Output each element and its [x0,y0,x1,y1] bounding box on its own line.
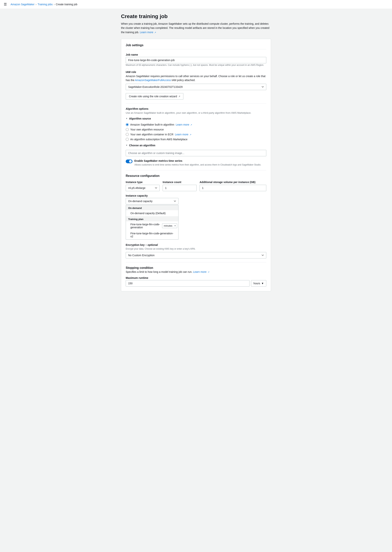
breadcrumb-sep-2: › [54,3,55,6]
encryption-key-select-wrapper: No Custom Encryption [126,252,266,258]
training-plan-name-1: Fine-tune-large-llm-code-generation [130,223,162,229]
breadcrumb-current: Create training job [56,3,77,6]
metrics-toggle-row: Enable SageMaker metrics time series All… [126,159,266,166]
resource-config-title: Resource configuration [126,174,266,177]
metrics-toggle-label: Enable SageMaker metrics time series [134,159,261,162]
page-description: When you create a training job, Amazon S… [121,22,271,34]
instance-capacity-group: Instance capacity On-demand capacity On-… [126,194,266,240]
breadcrumb-training-jobs[interactable]: Training jobs [38,3,53,6]
runtime-unit-selector[interactable]: hours ▼ [251,280,266,287]
create-role-ext-icon: ↗ [178,95,180,98]
builtin-ext-icon: ↗ [190,124,192,126]
iam-role-group: IAM role Amazon SageMaker requires permi… [126,71,266,99]
job-name-group: Job name Maximum of 63 alphanumeric char… [126,53,266,67]
radio-builtin-label: Amazon SageMaker built-in algorithm [130,123,174,126]
create-role-button[interactable]: Create role using the role creation wiza… [126,93,183,99]
stopping-ext-icon: ↗ [208,271,209,273]
algorithm-options-desc: Use an Amazon SageMaker built-in algorit… [126,111,266,115]
job-name-label: Job name [126,53,266,56]
stopping-learn-more-link[interactable]: Learn more ↗ [193,270,209,273]
training-plan-item-1[interactable]: Fine-tune-large-llm-code-generation minu… [126,221,178,230]
radio-marketplace[interactable]: An algorithm subscription from AWS Marke… [126,138,266,141]
instance-config-row: Instance type ml.p5.48xlarge Instance co… [126,181,266,191]
stopping-condition-section: Stopping condition Specifies a limit to … [126,266,266,287]
instance-type-select[interactable]: ml.p5.48xlarge [126,185,160,191]
training-plan-name-2: Fine-tune-large-llm-code-generation-v2 [130,232,176,238]
encryption-key-select[interactable]: No Custom Encryption [126,252,266,258]
training-plan-group-title: Training plan [126,216,178,221]
algorithm-select-wrapper: Choose an algorithm or custom training i… [126,150,266,156]
radio-builtin-input[interactable] [126,123,129,126]
algorithm-select[interactable]: Choose an algorithm or custom training i… [126,150,266,156]
metrics-toggle-sublabel: Allows customers to emit time series met… [134,163,261,166]
job-settings-title: Job settings [126,43,266,50]
job-name-hint: Maximum of 63 alphanumeric characters. C… [126,63,266,67]
radio-own-algo-label: Your own algorithm resource [130,128,164,131]
algorithm-source-header[interactable]: ▼ Algorithm source [126,117,266,120]
radio-ecr-input[interactable] [126,133,129,136]
instance-capacity-select[interactable]: On-demand capacity [126,198,178,204]
instance-type-label: Instance type [126,181,160,184]
choose-algorithm-arrow: ▼ [126,144,128,146]
training-plan-unit-1: minutes hours ▼ [162,223,176,228]
runtime-unit-value: hours [253,282,260,285]
iam-role-description: Amazon SageMaker requires permissions to… [126,74,266,82]
instance-capacity-select-wrapper: On-demand capacity [126,198,178,204]
metrics-toggle-text: Enable SageMaker metrics time series All… [134,159,261,166]
hamburger-icon[interactable]: ☰ [4,2,7,7]
breadcrumb-sep-1: › [36,3,36,6]
choose-algorithm-label: Choose an algorithm [129,144,155,147]
builtin-learn-more-link[interactable]: Learn more ↗ [176,123,192,126]
algorithm-source-label: Algorithm source [129,117,151,120]
algorithm-source-options: Amazon SageMaker built-in algorithm Lear… [126,123,266,141]
on-demand-default-item[interactable]: On-demand capacity (Default) [126,210,178,216]
instance-count-label: Instance count [163,181,196,184]
capacity-dropdown-menu: On-demand On-demand capacity (Default) T… [126,205,178,240]
algorithm-dropdown-wrapper: Choose an algorithm or custom training i… [126,150,266,156]
on-demand-group-title: On-demand [126,205,178,210]
instance-count-input[interactable] [163,185,196,191]
iam-role-select[interactable]: SageMaker-ExecutionRole-20240702T133429 [126,84,266,90]
radio-own-algo-input[interactable] [126,128,129,131]
max-runtime-label: Maximum runtime [126,276,266,279]
instance-type-select-wrapper: ml.p5.48xlarge [126,185,160,191]
breadcrumb-sagemaker[interactable]: Amazon SageMaker [11,3,35,6]
encryption-key-group: Encryption key – optional Encrypt your d… [126,243,266,258]
algorithm-options-title: Algorithm options [126,107,266,110]
ecr-learn-more-link[interactable]: Learn more ↗ [175,133,191,136]
stopping-condition-desc: Specifies a limit to how long a model tr… [126,270,266,273]
storage-volume-label: Additional storage volume per instance (… [200,181,266,184]
metrics-toggle[interactable] [126,160,133,163]
breadcrumb: Amazon SageMaker › Training jobs › Creat… [11,3,77,6]
instance-capacity-label: Instance capacity [126,194,266,197]
instance-type-col: Instance type ml.p5.48xlarge [126,181,160,191]
training-plan-item-2[interactable]: Fine-tune-large-llm-code-generation-v2 [126,230,178,240]
algorithm-source-arrow: ▼ [126,117,128,120]
external-link-icon: ↗ [154,31,156,34]
radio-marketplace-label: An algorithm subscription from AWS Marke… [130,138,188,141]
encryption-key-label: Encryption key – optional [126,243,266,246]
encryption-key-desc: Encrypt your data. Choose an existing KM… [126,247,266,251]
iam-role-select-wrapper: SageMaker-ExecutionRole-20240702T133429 [126,84,266,90]
job-name-input[interactable] [126,57,266,63]
max-runtime-row: hours ▼ [126,280,266,287]
radio-ecr[interactable]: Your own algorithm container in ECR Lear… [126,133,266,136]
stopping-condition-title: Stopping condition [126,266,266,269]
max-runtime-input[interactable] [126,280,250,287]
top-bar: ☰ Amazon SageMaker › Training jobs › Cre… [0,0,392,9]
radio-marketplace-input[interactable] [126,138,129,141]
iam-policy-link[interactable]: AmazonSageMakerFullAccess [135,79,171,82]
radio-ecr-label: Your own algorithm container in ECR [130,133,173,136]
page-title: Create training job [121,13,271,19]
training-plan-unit-select-1[interactable]: minutes hours [162,223,177,228]
ecr-ext-icon: ↗ [189,134,191,136]
radio-builtin[interactable]: Amazon SageMaker built-in algorithm Lear… [126,123,266,126]
runtime-unit-arrow: ▼ [261,282,264,285]
metrics-toggle-slider [126,160,133,163]
learn-more-link[interactable]: Learn more ↗ [140,31,156,34]
choose-algorithm-header[interactable]: ▼ Choose an algorithm [126,144,266,147]
instance-count-col: Instance count [163,181,196,191]
radio-own-algo[interactable]: Your own algorithm resource [126,128,266,131]
storage-volume-input[interactable] [200,185,266,191]
storage-volume-col: Additional storage volume per instance (… [200,181,266,191]
